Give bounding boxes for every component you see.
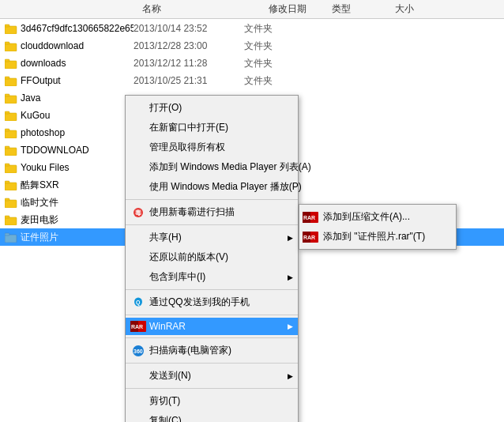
- file-name: clouddownload: [21, 40, 84, 51]
- svg-rect-15: [5, 146, 9, 149]
- cm-restore-label: 还原以前的版本(V): [149, 251, 228, 264]
- sub-add-archive[interactable]: RAR 添加到压缩文件(A)...: [299, 207, 456, 227]
- col-type: 类型: [324, 2, 387, 16]
- table-row[interactable]: 3d467cf9dfc130665822e65d04dd 2013/10/14 …: [0, 20, 504, 37]
- cm-copy[interactable]: 复制(C): [126, 411, 298, 422]
- svg-rect-20: [5, 200, 17, 208]
- cm-restore[interactable]: 还原以前的版本(V): [126, 247, 298, 267]
- cm-virus-scan-label: 使用新毒霸进行扫描: [149, 205, 235, 219]
- table-row[interactable]: clouddownload 2013/12/28 23:00 文件夹: [0, 37, 504, 55]
- col-name: 名称: [134, 2, 261, 16]
- cm-qq-send-label: 通过QQ发送到我的手机: [149, 296, 250, 309]
- virus-icon: 毒: [130, 206, 146, 219]
- svg-text:RAR: RAR: [303, 215, 315, 220]
- svg-text:360: 360: [134, 349, 143, 354]
- svg-rect-4: [5, 61, 17, 69]
- svg-rect-6: [5, 78, 17, 86]
- file-date: 2013/10/14 23:52: [134, 23, 244, 34]
- file-date: 2013/12/28 23:00: [134, 40, 244, 51]
- cm-separator-1: [126, 199, 298, 200]
- cm-virus-scan[interactable]: 毒 使用新毒霸进行扫描: [126, 202, 298, 222]
- cm-cut-label: 剪切(T): [149, 394, 180, 408]
- file-name: 麦田电影: [21, 213, 58, 227]
- folder-icon: [5, 145, 17, 156]
- folder-icon: [5, 23, 17, 34]
- table-row[interactable]: FFOutput 2013/10/25 21:31 文件夹: [0, 72, 504, 89]
- svg-rect-16: [5, 165, 17, 173]
- cm-separator-4: [126, 315, 298, 315]
- cm-qq-send[interactable]: Q 通过QQ发送到我的手机: [126, 292, 298, 312]
- context-menu: 打开(O) 在新窗口中打开(E) 管理员取得所有权 添加到 Windows Me…: [125, 95, 299, 422]
- file-type: 文件夹: [244, 40, 307, 53]
- table-row[interactable]: downloads 2013/12/12 11:28 文件夹: [0, 55, 504, 72]
- cm-separator-6: [126, 363, 298, 364]
- cm-open-label: 打开(O): [149, 101, 182, 115]
- cm-play-wmp[interactable]: 使用 Windows Media Player 播放(P): [126, 177, 298, 197]
- file-name: FFOutput: [21, 75, 61, 86]
- winrar-icon: RAR: [130, 320, 146, 333]
- svg-rect-0: [5, 26, 17, 34]
- folder-icon: [5, 110, 17, 121]
- qq-icon: Q: [130, 296, 146, 309]
- cm-scan360-label: 扫描病毒(电脑管家): [149, 344, 231, 357]
- svg-text:Q: Q: [136, 300, 141, 306]
- cm-include-library[interactable]: 包含到库中(I): [126, 267, 298, 287]
- column-headers: 名称 修改日期 类型 大小: [0, 0, 504, 19]
- cm-winrar[interactable]: RAR WinRAR: [126, 318, 298, 335]
- file-name: Youku Files: [21, 162, 70, 173]
- svg-rect-12: [5, 130, 17, 138]
- folder-icon: [5, 127, 17, 138]
- cm-separator-2: [126, 224, 298, 225]
- winrar-add-icon: RAR: [303, 211, 320, 224]
- sub-add-rar-label: 添加到 "证件照片.rar"(T): [323, 230, 425, 243]
- cm-send-to-label: 发送到(N): [149, 369, 191, 382]
- svg-rect-13: [5, 129, 9, 131]
- cm-cut[interactable]: 剪切(T): [126, 391, 298, 411]
- cm-include-library-label: 包含到库中(I): [149, 270, 205, 284]
- file-name: photoshop: [21, 127, 65, 138]
- cm-send-to[interactable]: 发送到(N): [126, 366, 298, 386]
- file-name: KuGou: [21, 110, 50, 121]
- folder-icon: [5, 214, 17, 225]
- file-name: 酷舞SXR: [21, 179, 59, 192]
- folder-icon: [5, 75, 17, 86]
- svg-rect-11: [5, 111, 9, 114]
- cm-winrar-label: WinRAR: [149, 321, 186, 332]
- cm-separator-7: [126, 388, 298, 389]
- file-type: 文件夹: [244, 57, 307, 70]
- cm-open-new-window[interactable]: 在新窗口中打开(E): [126, 118, 298, 138]
- cm-add-wmp-label: 添加到 Windows Media Player 列表(A): [149, 160, 311, 174]
- file-name: 证件照片: [21, 231, 58, 244]
- file-name: TDDOWNLOAD: [21, 145, 89, 156]
- file-name: downloads: [21, 58, 66, 69]
- svg-rect-10: [5, 113, 17, 121]
- svg-rect-5: [5, 59, 9, 62]
- svg-text:RAR: RAR: [303, 235, 315, 240]
- svg-text:毒: 毒: [135, 209, 141, 217]
- svg-rect-24: [5, 235, 17, 243]
- folder-icon: [5, 92, 17, 104]
- svg-rect-8: [5, 96, 17, 104]
- col-modified: 修改日期: [261, 2, 324, 16]
- cm-scan360[interactable]: 360 扫描病毒(电脑管家): [126, 341, 298, 360]
- winrar-rar-icon: RAR: [303, 231, 320, 243]
- file-name: 临时文件: [21, 196, 58, 209]
- file-type: 文件夹: [244, 22, 307, 36]
- folder-icon: [5, 40, 17, 51]
- explorer-window: 名称 修改日期 类型 大小 3d467cf9dfc130665822e65d04…: [0, 0, 504, 422]
- folder-icon: [5, 162, 17, 173]
- svg-rect-9: [5, 94, 9, 96]
- cm-open[interactable]: 打开(O): [126, 98, 298, 118]
- winrar-submenu: RAR 添加到压缩文件(A)... RAR 添加到 "证件照片.rar"(T): [299, 204, 457, 250]
- svg-rect-7: [5, 77, 9, 79]
- cm-open-new-window-label: 在新窗口中打开(E): [149, 121, 228, 134]
- svg-rect-1: [5, 24, 9, 27]
- cm-admin[interactable]: 管理员取得所有权: [126, 138, 298, 157]
- cm-share[interactable]: 共享(H): [126, 228, 298, 247]
- sub-add-rar[interactable]: RAR 添加到 "证件照片.rar"(T): [299, 227, 456, 247]
- file-date: 2013/12/12 11:28: [134, 58, 244, 69]
- cm-add-wmp[interactable]: 添加到 Windows Media Player 列表(A): [126, 157, 298, 177]
- svg-rect-22: [5, 217, 17, 225]
- svg-rect-18: [5, 183, 17, 190]
- svg-rect-3: [5, 42, 9, 44]
